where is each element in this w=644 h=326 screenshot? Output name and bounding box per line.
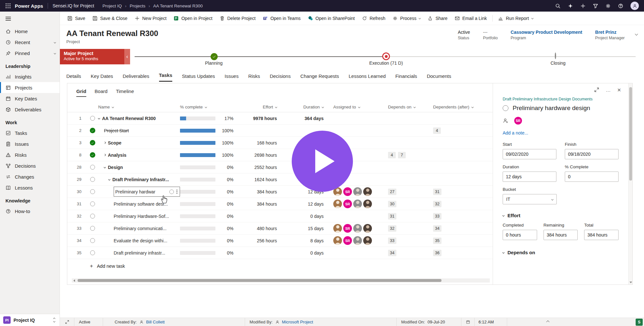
remaining-input[interactable] xyxy=(544,230,578,240)
hamburger-menu-icon[interactable] xyxy=(0,12,60,26)
view-tab-timeline[interactable]: Timeline xyxy=(116,88,134,97)
avatar[interactable] xyxy=(353,187,362,196)
expand-chevron-icon[interactable] xyxy=(104,142,106,144)
sidebar-item-insights[interactable]: Insights xyxy=(0,71,60,82)
sidebar-item-pinned[interactable]: Pinned xyxy=(0,48,60,59)
dependent-badge[interactable]: 4 xyxy=(433,127,441,134)
dependent-badge[interactable]: 34 xyxy=(433,225,441,232)
sidebar-item-issues[interactable]: Issues xyxy=(0,138,60,149)
stage-planning[interactable] xyxy=(211,53,218,60)
sidebar-item-decisions[interactable]: Decisions xyxy=(0,160,60,171)
save-button[interactable]: Save xyxy=(64,14,89,23)
avatar[interactable]: SR xyxy=(343,187,352,196)
effort-section-toggle[interactable]: Effort xyxy=(503,213,619,218)
depends-badge[interactable]: 7 xyxy=(398,152,406,158)
start-date-input[interactable] xyxy=(503,149,556,159)
dependent-badge[interactable]: 35 xyxy=(433,238,441,244)
avatar[interactable] xyxy=(353,200,362,208)
task-name-cell[interactable]: Preliminary communicati... xyxy=(98,226,180,231)
task-name-cell[interactable]: Draft preliminary infrastr... xyxy=(98,250,180,256)
depends-on-section-toggle[interactable]: Depends on xyxy=(503,250,619,255)
parent-task-link[interactable]: Draft Preliminary Infrastructure Design … xyxy=(503,97,619,101)
tab-tasks[interactable]: Tasks xyxy=(159,72,172,82)
column-header-name[interactable]: Name xyxy=(98,105,180,109)
refresh-button[interactable]: Refresh xyxy=(358,14,389,23)
avatar[interactable] xyxy=(353,236,362,245)
run-report-button[interactable]: Run Report xyxy=(495,14,537,23)
avatar[interactable] xyxy=(333,224,342,233)
breadcrumb-item[interactable]: Project IQ xyxy=(102,4,122,8)
avatar[interactable] xyxy=(333,200,342,208)
stage-closing[interactable] xyxy=(555,53,556,59)
depends-badge[interactable]: 33 xyxy=(388,238,396,244)
column-header-duration[interactable]: Duration xyxy=(278,105,325,109)
bucket-select[interactable]: IT xyxy=(503,194,557,204)
tab-issues[interactable]: Issues xyxy=(225,73,239,82)
avatar[interactable]: SR xyxy=(343,236,352,245)
assign-person-icon[interactable] xyxy=(503,118,508,124)
avatar[interactable]: SR xyxy=(343,200,352,208)
sidebar-item-risks[interactable]: Risks xyxy=(0,149,60,160)
collapse-chevron-icon[interactable] xyxy=(104,166,106,168)
tab-status-updates[interactable]: Status Updates xyxy=(182,73,215,82)
account-avatar[interactable] xyxy=(630,2,639,10)
task-name-cell[interactable]: Project Start xyxy=(98,128,180,133)
finish-date-input[interactable] xyxy=(565,149,619,159)
save-and-close-button[interactable]: Save & Close xyxy=(89,14,131,23)
expand-panel-icon[interactable] xyxy=(594,87,599,92)
dependent-badge[interactable]: 31 xyxy=(433,189,441,195)
stage-execution[interactable] xyxy=(382,52,390,60)
waffle-menu-icon[interactable] xyxy=(5,3,11,9)
tab-lessons-learned[interactable]: Lessons Learned xyxy=(349,73,386,82)
banner-collapse-arrow[interactable]: ‹ xyxy=(124,49,130,64)
tab-key-dates[interactable]: Key Dates xyxy=(91,73,113,82)
program-link[interactable]: Cassowary Product Development xyxy=(511,30,582,35)
breadcrumb-item[interactable]: Projects xyxy=(130,4,146,8)
depends-badge[interactable]: 4 xyxy=(388,152,396,158)
chevron-down-icon[interactable] xyxy=(54,52,56,54)
calendar-icon[interactable] xyxy=(461,318,474,326)
sidebar-item-recent[interactable]: Recent xyxy=(0,37,60,48)
collapse-chevron-icon[interactable] xyxy=(108,178,110,181)
selected-cell[interactable]: Preliminary hardwar xyxy=(114,187,180,197)
scroll-down-arrow[interactable] xyxy=(630,282,632,283)
search-icon[interactable] xyxy=(555,3,561,9)
task-name-cell[interactable]: Preliminary hardwar xyxy=(98,187,180,197)
add-note-link[interactable]: Add a note... xyxy=(503,130,619,135)
app-switcher[interactable]: PI Project IQ xyxy=(0,314,60,326)
help-icon[interactable] xyxy=(618,3,623,9)
avatar[interactable] xyxy=(363,236,372,245)
avatar[interactable] xyxy=(363,200,372,208)
email-link-button[interactable]: Email a Link xyxy=(451,14,490,23)
horizontal-scrollbar[interactable] xyxy=(72,278,490,283)
avatar[interactable] xyxy=(333,236,342,245)
chevron-down-icon[interactable] xyxy=(54,41,56,43)
video-play-overlay[interactable] xyxy=(292,131,353,192)
avatar[interactable] xyxy=(363,187,372,196)
expand-chevron-icon[interactable] xyxy=(104,154,106,156)
new-project-button[interactable]: New Project xyxy=(131,14,170,23)
tab-deliverables[interactable]: Deliverables xyxy=(123,73,149,82)
share-button[interactable]: Share xyxy=(424,14,451,23)
task-name-cell[interactable]: Draft Preliminary Infrastr... xyxy=(98,177,180,182)
sidebar-item-changes[interactable]: Changes xyxy=(0,171,60,182)
sidebar-item-lessons[interactable]: Lessons xyxy=(0,182,60,193)
project-manager-link[interactable]: Bret Prinz xyxy=(595,30,625,35)
task-status-circle[interactable] xyxy=(503,105,508,111)
close-panel-icon[interactable]: ✕ xyxy=(617,88,621,92)
view-tab-grid[interactable]: Grid xyxy=(76,88,86,97)
open-in-project-button[interactable]: Open in Project xyxy=(170,14,216,23)
open-in-sharepoint-button[interactable]: Open in SharePoint xyxy=(304,14,358,23)
open-in-teams-button[interactable]: Open in Teams xyxy=(259,14,304,23)
scroll-left-arrow[interactable] xyxy=(72,279,76,282)
app-name-label[interactable]: Sensei.IQ for Project xyxy=(52,3,94,8)
view-tab-board[interactable]: Board xyxy=(95,88,108,97)
task-name-cell[interactable]: AA Tenant Renewal R300 xyxy=(98,116,180,121)
task-name-cell[interactable]: Preliminary Hardware-Sof... xyxy=(98,214,180,219)
panel-more-icon[interactable]: … xyxy=(606,88,611,92)
sidebar-item-how-to[interactable]: How-to xyxy=(0,206,60,217)
tab-details[interactable]: Details xyxy=(66,73,81,82)
tab-risks[interactable]: Risks xyxy=(248,73,260,82)
filter-icon[interactable] xyxy=(593,3,598,9)
sidebar-item-home[interactable]: Home xyxy=(0,26,60,37)
